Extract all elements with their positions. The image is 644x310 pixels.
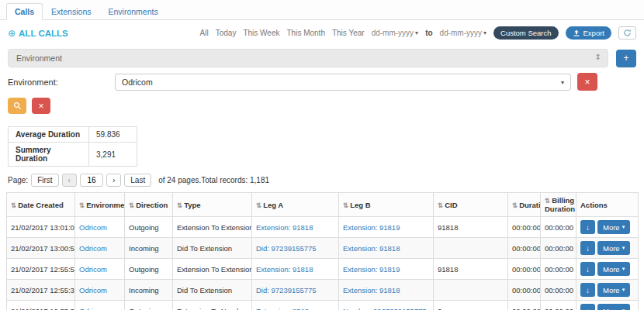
last-page-button[interactable]: Last [124,174,151,187]
search-icon [13,102,22,110]
col-label: Leg B [350,201,370,209]
table-row: 21/02/2017 13:00:51 Odricom Incoming Did… [7,238,639,259]
next-page-button[interactable]: › [106,174,121,187]
first-page-button[interactable]: First [31,174,58,187]
cell-environment: Odricom [75,238,125,259]
tab-extensions[interactable]: Extensions [43,3,99,20]
download-recording-button[interactable]: ↓ [580,241,595,255]
more-button-label: More [603,307,620,310]
clear-search-button[interactable]: × [32,98,50,114]
more-button-label: More [603,286,620,294]
more-button[interactable]: More▾ [597,220,630,234]
chevron-right-icon: › [113,176,115,184]
more-button[interactable]: More▾ [597,304,630,310]
cell-environment: Odricom [75,280,125,301]
cell-leg-b: Extension: 91819 [339,217,434,238]
filter-all[interactable]: All [200,29,209,37]
sort-icon: ⇅ [438,202,443,209]
leg-b-link[interactable]: Extension: 91818 [343,244,400,253]
leg-a-link[interactable]: Did: 97239155775 [256,244,317,253]
filter-today[interactable]: Today [216,29,237,37]
col-label: Environment [86,201,124,209]
page-title-label: ALL CALLS [19,29,68,38]
leg-b-link[interactable]: Extension: 91819 [343,265,400,274]
export-button[interactable]: Export [566,26,611,40]
remove-filter-button[interactable]: × [577,73,597,91]
cell-actions: ↓ More▾ [576,280,639,301]
col-duration[interactable]: ⇅Duration [508,193,541,217]
col-direction[interactable]: ⇅Direction [125,193,173,217]
environment-link[interactable]: Odricom [79,307,107,310]
plus-icon: + [623,53,628,64]
close-icon: × [38,101,43,112]
add-filter-button[interactable]: + [616,50,636,67]
environment-multi-select[interactable]: Environment ⇕ [8,49,608,67]
more-button[interactable]: More▾ [597,241,630,255]
leg-a-link[interactable]: Extension: 8519 [256,307,309,310]
environment-link[interactable]: Odricom [79,265,107,274]
close-icon: × [584,77,590,88]
more-button[interactable]: More▾ [597,262,630,276]
download-recording-button[interactable]: ↓ [580,262,595,276]
environment-link[interactable]: Odricom [79,244,107,253]
leg-a-link[interactable]: Extension: 91818 [256,265,313,274]
leg-b-link[interactable]: Extension: 91818 [343,286,400,294]
date-from-select[interactable]: dd-mm-yyyy ▾ [372,29,418,37]
environment-value-row: Environment: Odricom ▾ × [8,73,636,91]
cell-direction: Outgoing [125,217,173,238]
filter-this-week[interactable]: This Week [243,29,279,37]
cell-date-created: 21/02/2017 12:55:38 [7,301,75,310]
download-recording-button[interactable]: ↓ [580,304,595,310]
cell-billing-duration: 00:00:00 [541,238,576,259]
col-leg-a[interactable]: ⇅Leg A [252,193,339,217]
tab-environments[interactable]: Environments [99,3,166,20]
tab-calls[interactable]: Calls [6,3,43,20]
leg-b-link[interactable]: Number: 0097239155775 [343,307,427,310]
refresh-button[interactable] [618,26,636,40]
pagination-info: of 24 pages.Total records: 1,181 [158,176,269,184]
col-environment[interactable]: ⇅Environment [75,193,125,217]
table-row: 21/02/2017 12:55:38 Odricom Outgoing Ext… [7,301,639,310]
date-range-to-label: to [425,29,432,37]
filter-this-month[interactable]: This Month [286,29,324,37]
leg-b-link[interactable]: Extension: 91819 [343,223,400,232]
col-leg-b[interactable]: ⇅Leg B [339,193,434,217]
col-date-created[interactable]: ⇅Date Created [7,193,75,217]
summary-row: Average Duration 59.836 [9,127,137,143]
col-cid[interactable]: ⇅CID [434,193,508,217]
filter-this-year[interactable]: This Year [332,29,365,37]
download-icon: ↓ [586,244,590,253]
search-actions-row: × [8,98,636,114]
calls-table: ⇅Date Created ⇅Environment ⇅Direction ⇅T… [6,192,639,310]
sort-icon: ⇅ [256,202,261,209]
leg-a-link[interactable]: Did: 97239155775 [256,286,317,294]
search-button[interactable] [8,98,26,114]
cell-cid [434,238,508,259]
download-icon: ↓ [586,307,590,310]
sort-icon: ⇅ [545,197,550,205]
environment-link[interactable]: Odricom [79,223,107,232]
download-recording-button[interactable]: ↓ [580,220,595,234]
environment-link[interactable]: Odricom [79,286,107,294]
cell-duration: 00:00:00 [508,280,541,301]
cell-environment: Odricom [75,217,125,238]
col-billing-duration[interactable]: ⇅Billing Duration [541,193,576,217]
download-recording-button[interactable]: ↓ [580,283,595,297]
environment-value-select[interactable]: Odricom ▾ [115,74,571,91]
cell-billing-duration: 00:00:00 [541,217,576,238]
cell-cid: 91818 [434,217,508,238]
cell-environment: Odricom [75,301,125,310]
chevron-down-icon: ▾ [483,29,486,36]
leg-a-link[interactable]: Extension: 91818 [256,223,313,232]
sort-icon: ⇅ [79,202,85,209]
more-button[interactable]: More▾ [597,283,630,297]
page-number-input[interactable] [80,174,103,187]
cell-actions: ↓ More▾ [576,259,639,280]
export-button-label: Export [583,29,604,37]
col-label: Type [184,201,200,209]
prev-page-button[interactable]: ‹ [62,174,77,187]
date-to-select[interactable]: dd-mm-yyyy ▾ [440,29,486,37]
cell-billing-duration: 00:00:00 [541,301,576,310]
custom-search-button[interactable]: Custom Search [493,26,558,40]
col-type[interactable]: ⇅Type [173,193,252,217]
